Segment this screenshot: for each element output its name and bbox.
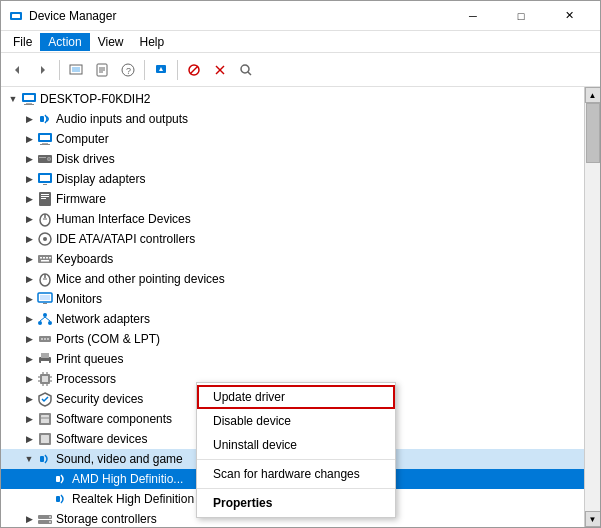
storage-icon	[37, 511, 53, 527]
svg-point-57	[43, 313, 47, 317]
menu-action[interactable]: Action	[40, 33, 89, 51]
ctx-properties[interactable]: Properties	[197, 491, 395, 515]
tree-item-disk[interactable]: ▶ Disk drives	[1, 149, 584, 169]
tree-view[interactable]: ▼ DESKTOP-F0KDIH2 ▶	[1, 87, 584, 527]
disk-expand-icon[interactable]: ▶	[21, 151, 37, 167]
svg-rect-50	[41, 260, 49, 262]
svg-rect-80	[41, 415, 49, 423]
tree-item-monitors[interactable]: ▶ Monitors	[1, 289, 584, 309]
device-manager-window: Device Manager ─ □ ✕ File Action View He…	[0, 0, 601, 528]
monitors-icon	[37, 291, 53, 307]
svg-point-18	[241, 65, 249, 73]
uninstall-button[interactable]	[208, 58, 232, 82]
svg-point-59	[48, 321, 52, 325]
root-expand-icon[interactable]: ▼	[5, 91, 21, 107]
tree-item-display[interactable]: ▶ Display adapters	[1, 169, 584, 189]
scrollbar-track[interactable]	[585, 103, 601, 511]
print-label: Print queues	[56, 352, 123, 366]
realtek-icon	[53, 491, 69, 507]
help-button[interactable]: ?	[116, 58, 140, 82]
toolbar-sep-3	[177, 60, 178, 80]
ctx-sep-2	[197, 488, 395, 489]
svg-line-60	[40, 317, 45, 321]
tree-item-mice[interactable]: ▶ Mice and other pointing devices	[1, 269, 584, 289]
software-comp-expand-icon[interactable]: ▶	[21, 411, 37, 427]
tree-item-hid[interactable]: ▶ Human Interface Devices	[1, 209, 584, 229]
firmware-expand-icon[interactable]: ▶	[21, 191, 37, 207]
monitors-label: Monitors	[56, 292, 102, 306]
ports-expand-icon[interactable]: ▶	[21, 331, 37, 347]
tree-item-print[interactable]: ▶ Print queues	[1, 349, 584, 369]
properties-button[interactable]	[90, 58, 114, 82]
menu-file[interactable]: File	[5, 33, 40, 51]
processors-expand-icon[interactable]: ▶	[21, 371, 37, 387]
firmware-label: Firmware	[56, 192, 106, 206]
tree-item-ports[interactable]: ▶ Ports (COM & LPT)	[1, 329, 584, 349]
svg-line-15	[190, 66, 198, 74]
hid-label: Human Interface Devices	[56, 212, 191, 226]
scan-hardware-button[interactable]	[234, 58, 258, 82]
root-computer-icon	[21, 91, 37, 107]
hid-expand-icon[interactable]: ▶	[21, 211, 37, 227]
tree-item-computer[interactable]: ▶ Computer	[1, 129, 584, 149]
tree-item-firmware[interactable]: ▶ Firmware	[1, 189, 584, 209]
amd-icon	[53, 471, 69, 487]
back-button[interactable]	[5, 58, 29, 82]
svg-rect-27	[42, 143, 48, 144]
ctx-uninstall-device[interactable]: Uninstall device	[197, 433, 395, 457]
ctx-update-driver[interactable]: Update driver	[197, 385, 395, 409]
scrollbar-thumb[interactable]	[586, 103, 600, 163]
scroll-up-button[interactable]: ▲	[585, 87, 601, 103]
print-expand-icon[interactable]: ▶	[21, 351, 37, 367]
close-button[interactable]: ✕	[546, 6, 592, 26]
maximize-button[interactable]: □	[498, 6, 544, 26]
storage-expand-icon[interactable]: ▶	[21, 511, 37, 527]
display-expand-icon[interactable]: ▶	[21, 171, 37, 187]
root-label: DESKTOP-F0KDIH2	[40, 92, 150, 106]
minimize-button[interactable]: ─	[450, 6, 496, 26]
svg-rect-34	[40, 175, 50, 181]
software-dev-expand-icon[interactable]: ▶	[21, 431, 37, 447]
svg-rect-35	[43, 184, 47, 185]
svg-point-90	[49, 521, 51, 523]
disable-button[interactable]	[182, 58, 206, 82]
ide-expand-icon[interactable]: ▶	[21, 231, 37, 247]
svg-rect-83	[41, 435, 49, 443]
svg-rect-21	[24, 95, 34, 100]
forward-button[interactable]	[31, 58, 55, 82]
svg-rect-23	[24, 104, 34, 105]
svg-rect-48	[46, 257, 48, 259]
scrollbar[interactable]: ▲ ▼	[584, 87, 600, 527]
menu-help[interactable]: Help	[132, 33, 173, 51]
svg-rect-70	[42, 376, 48, 382]
tree-item-ide[interactable]: ▶ IDE ATA/ATAPI controllers	[1, 229, 584, 249]
ctx-disable-device[interactable]: Disable device	[197, 409, 395, 433]
menu-view[interactable]: View	[90, 33, 132, 51]
update-driver-toolbar-button[interactable]	[149, 58, 173, 82]
audio-expand-icon[interactable]: ▶	[21, 111, 37, 127]
computer-expand-icon[interactable]: ▶	[21, 131, 37, 147]
svg-rect-39	[41, 198, 46, 199]
keyboards-expand-icon[interactable]: ▶	[21, 251, 37, 267]
ctx-scan-hardware[interactable]: Scan for hardware changes	[197, 462, 395, 486]
svg-marker-3	[41, 66, 45, 74]
amd-label: AMD High Definitio...	[72, 472, 183, 486]
tree-item-network[interactable]: ▶ Network adapters	[1, 309, 584, 329]
network-expand-icon[interactable]: ▶	[21, 311, 37, 327]
disk-icon	[37, 151, 53, 167]
show-hide-button[interactable]	[64, 58, 88, 82]
display-label: Display adapters	[56, 172, 145, 186]
svg-rect-49	[49, 257, 51, 259]
tree-item-audio[interactable]: ▶ Audio inputs and outputs	[1, 109, 584, 129]
sound-expand-icon[interactable]: ▼	[21, 451, 37, 467]
mice-expand-icon[interactable]: ▶	[21, 271, 37, 287]
ports-icon	[37, 331, 53, 347]
tree-item-keyboards[interactable]: ▶ Keyboards	[1, 249, 584, 269]
monitors-expand-icon[interactable]: ▶	[21, 291, 37, 307]
svg-text:?: ?	[126, 66, 131, 76]
svg-rect-38	[41, 196, 49, 197]
firmware-icon	[37, 191, 53, 207]
security-expand-icon[interactable]: ▶	[21, 391, 37, 407]
tree-root[interactable]: ▼ DESKTOP-F0KDIH2	[1, 89, 584, 109]
scroll-down-button[interactable]: ▼	[585, 511, 601, 527]
